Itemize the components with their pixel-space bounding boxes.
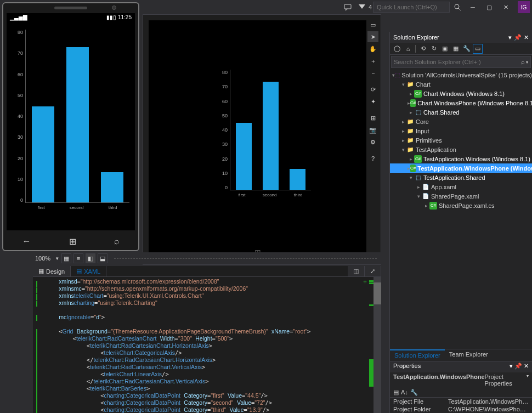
notif-icon[interactable]: 4 [355, 3, 372, 12]
search-icon[interactable] [451, 3, 464, 12]
minimize-button[interactable]: ─ [465, 1, 480, 13]
preview-icon[interactable]: ▭ [473, 44, 483, 54]
tab-design[interactable]: ▦ Design [33, 266, 71, 276]
battery-icon: ▮▮▯ [106, 14, 116, 20]
tree-node[interactable]: ▾📁TestApplication [390, 145, 532, 154]
camera-icon[interactable]: 📷 [367, 125, 378, 135]
pointer-icon[interactable]: ➤ [367, 31, 378, 42]
properties-icon[interactable]: 🔧 [462, 44, 472, 54]
tree-node[interactable]: ▸C#Chart.WindowsPhone (Windows Phone 8.1… [390, 98, 532, 108]
solution-search-input[interactable] [394, 59, 521, 65]
props-pin-icon[interactable]: 📌 [514, 363, 522, 369]
zoom-percent[interactable]: 100% [33, 255, 53, 262]
tree-node[interactable]: ▾📄SharedPage.xaml [390, 191, 532, 201]
maximize-button[interactable]: ▢ [482, 1, 497, 13]
phone-emulator: ▁▃▅▇ ▮▮▯ 11:25 80706050403020100firstsec… [2, 2, 139, 251]
effects-icon[interactable]: ✦ [367, 96, 378, 107]
refresh-tree-icon[interactable]: ↻ [429, 44, 439, 54]
solution-tree[interactable]: ▾⬚Solution 'AllControlsUniversalSpike' (… [390, 69, 532, 349]
svg-point-1 [455, 4, 459, 9]
hand-icon[interactable]: ✋ [367, 43, 378, 54]
editor-split-icon[interactable]: ◫ [348, 266, 365, 276]
zoom-out-icon[interactable]: － [367, 67, 378, 78]
property-row[interactable]: Project FileTestApplication.WindowsPhone… [390, 398, 532, 405]
phone-home-button[interactable]: ⊞ [69, 236, 76, 247]
back-icon[interactable]: ◯ [392, 44, 402, 54]
tree-node[interactable]: ▸C#TestApplication.Windows (Windows 8.1) [390, 154, 532, 163]
chart-preview-design: 80706050403020100firstsecondthird [214, 70, 313, 201]
props-object-name: TestApplication.WindowsPhone [393, 374, 485, 387]
tree-node[interactable]: ▸⬚Chart.Shared [390, 108, 532, 117]
tree-node[interactable]: ▾⬚TestApplication.Shared [390, 173, 532, 182]
svg-line-2 [459, 8, 461, 10]
phone-back-button[interactable]: ← [22, 236, 31, 247]
panel-pin-icon[interactable]: 📌 [514, 34, 522, 41]
zoom-in-icon[interactable]: ＋ [367, 55, 378, 66]
snap-icon[interactable]: ⊞ [367, 112, 378, 123]
tree-node[interactable]: ▸📁Input [390, 126, 532, 135]
solution-root[interactable]: ▾⬚Solution 'AllControlsUniversalSpike' (… [390, 70, 532, 80]
expand-icon[interactable]: ▭ [367, 19, 378, 30]
code-overview [369, 277, 373, 413]
tree-node[interactable]: ▸C#Chart.Windows (Windows 8.1) [390, 89, 532, 98]
tree-node[interactable]: ▾📁Chart [390, 80, 532, 89]
properties-title: Properties [393, 363, 421, 371]
props-dropdown-icon[interactable]: ▾ [510, 363, 513, 369]
signal-icon: ▁▃▅▇ [10, 14, 27, 20]
zoom-controls: 100% ▼ ▦ ≡ ◧ ⬓ [33, 252, 381, 264]
tree-node[interactable]: ▸C#TestApplication.WindowsPhone (Windows… [390, 163, 532, 173]
props-close-icon[interactable]: ✕ [524, 363, 529, 369]
tree-node[interactable]: ▸C#SharedPage.xaml.cs [390, 201, 532, 210]
panel-dropdown-icon[interactable]: ▾ [508, 34, 512, 41]
add-icon[interactable]: ＋ [360, 277, 369, 286]
sync-icon[interactable]: ⟲ [418, 44, 428, 54]
search-icon[interactable]: ⌕ [521, 59, 525, 65]
phone-statusbar: ▁▃▅▇ ▮▮▯ 11:25 [7, 13, 135, 21]
phone-earpiece [54, 7, 87, 9]
categorize-icon[interactable]: ▤ [393, 389, 399, 396]
properties-panel: Properties ▾ 📌 ✕ TestApplication.Windows… [390, 361, 532, 413]
refresh-icon[interactable]: ⟳ [367, 84, 378, 95]
code-text[interactable]: xmlnsd="http://schemas.microsoft.com/exp… [43, 277, 369, 413]
phone-time: 11:25 [118, 14, 132, 20]
tab-solution-explorer[interactable]: Solution Explorer [390, 349, 445, 361]
settings-icon[interactable]: ⚙ [367, 137, 378, 148]
code-gutter [33, 277, 43, 413]
list-view-icon[interactable]: ≡ [73, 253, 83, 263]
design-toolbar: ▭ ➤ ✋ ＋ － ⟳ ✦ ⊞ 📷 ⚙ ? [367, 19, 380, 164]
home-icon[interactable]: ⌂ [403, 44, 413, 54]
tree-node[interactable]: ▸📁Core [390, 117, 532, 126]
code-scrollbar[interactable] [373, 277, 381, 413]
close-button[interactable]: ✕ [498, 1, 513, 13]
wrench-icon[interactable]: 🔧 [410, 389, 418, 396]
panel-title: Solution Explorer [393, 34, 439, 41]
phone-search-button[interactable]: ⌕ [114, 236, 120, 247]
property-row[interactable]: Project FolderC:\WPHONE\WindowsPhone\Spi… [390, 405, 532, 413]
show-all-icon[interactable]: ▦ [451, 44, 461, 54]
code-editor: ▦ Design ▤ XAML ◫ ⤢ xmlnsd="http://schem… [33, 266, 381, 413]
chart-preview-phone: 80706050403020100firstsecondthird [10, 30, 132, 214]
split-h-icon[interactable]: ◧ [86, 253, 95, 263]
design-surface: 80706050403020100firstsecondthird ⊞ ▭ ➤ … [143, 14, 381, 265]
user-badge[interactable]: IG [518, 1, 530, 13]
tab-team-explorer[interactable]: Team Explorer [445, 349, 493, 361]
tree-node[interactable]: ▸📄App.xaml [390, 182, 532, 191]
feedback-icon[interactable] [341, 3, 354, 12]
collapse-icon[interactable]: ▣ [440, 44, 450, 54]
split-v-icon[interactable]: ⬓ [98, 253, 107, 263]
tree-node[interactable]: ▸📁Primitives [390, 135, 532, 145]
grid-view-icon[interactable]: ▦ [61, 253, 71, 263]
editor-expand-icon[interactable]: ⤢ [365, 266, 381, 276]
alpha-sort-icon[interactable]: A↓ [401, 389, 408, 396]
solution-explorer-panel: Solution Explorer ▾ 📌 ✕ ◯ ⌂ ⟲ ↻ ▣ ▦ 🔧 ▭ … [389, 32, 532, 413]
quick-launch-input[interactable] [373, 2, 450, 13]
props-object-type: Project Properties [485, 374, 527, 387]
phone-camera [112, 5, 116, 10]
svg-rect-0 [344, 4, 351, 9]
tab-xaml[interactable]: ▤ XAML [71, 266, 106, 276]
solution-search[interactable]: ⌕▾ [391, 56, 531, 68]
panel-close-icon[interactable]: ✕ [524, 34, 529, 41]
help-icon[interactable]: ? [367, 153, 378, 164]
